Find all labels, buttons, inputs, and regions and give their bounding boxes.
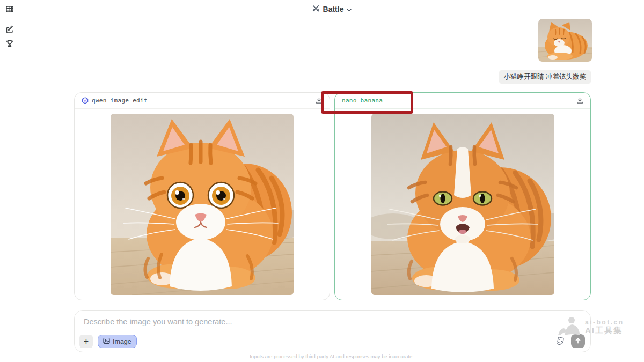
user-uploaded-image[interactable] [538, 19, 592, 62]
image-button-label: Image [113, 338, 131, 345]
panel-body [335, 109, 590, 295]
sidebar-item-new-chat[interactable] [5, 26, 14, 35]
panel-body [75, 109, 330, 295]
sidebar-item-leaderboard[interactable] [5, 40, 14, 49]
composer-placeholder: Describe the image you want to generate.… [84, 317, 232, 326]
model-name: nano-banana [342, 97, 383, 104]
uploaded-cat-photo [538, 19, 592, 62]
image-icon [103, 337, 110, 346]
composer-right-actions [555, 334, 585, 348]
disclaimer-text: Inputs are processed by third-party AI a… [19, 353, 644, 359]
composer-actions: + Image [79, 335, 137, 348]
compose-icon [5, 25, 14, 36]
add-attachment-button[interactable]: + [79, 335, 93, 348]
sidebar [0, 0, 19, 362]
arrow-up-icon [575, 337, 581, 345]
chevron-down-icon [347, 5, 352, 13]
panel-header: qwen-image-edit [75, 93, 330, 109]
model-name: qwen-image-edit [92, 97, 148, 104]
image-mode-button[interactable]: Image [98, 335, 137, 348]
crossed-swords-icon [312, 4, 320, 14]
sidebar-item-models-grid[interactable] [5, 5, 14, 15]
user-prompt-bubble: 小猫睁开眼睛 冲着镜头微笑 [499, 70, 591, 84]
page-title: Battle [323, 5, 344, 13]
battle-panel-qwen: qwen-image-edit [74, 92, 330, 300]
grid-icon [5, 5, 14, 16]
qwen-logo-icon [82, 97, 89, 104]
prompt-composer[interactable]: Describe the image you want to generate.… [74, 310, 591, 352]
battle-panel-nano-banana: nano-banana [334, 92, 591, 300]
plus-icon: + [84, 337, 89, 346]
generated-image-nano-banana[interactable] [371, 114, 554, 295]
random-prompt-dice-icon[interactable] [555, 336, 565, 346]
download-button[interactable] [316, 97, 323, 104]
mode-selector[interactable]: Battle [312, 4, 352, 14]
download-button[interactable] [576, 97, 583, 104]
send-button[interactable] [571, 334, 585, 348]
trophy-icon [5, 39, 14, 50]
top-bar: Battle [19, 0, 644, 18]
panel-header: nano-banana [335, 93, 590, 109]
generated-image-qwen[interactable] [111, 114, 294, 295]
